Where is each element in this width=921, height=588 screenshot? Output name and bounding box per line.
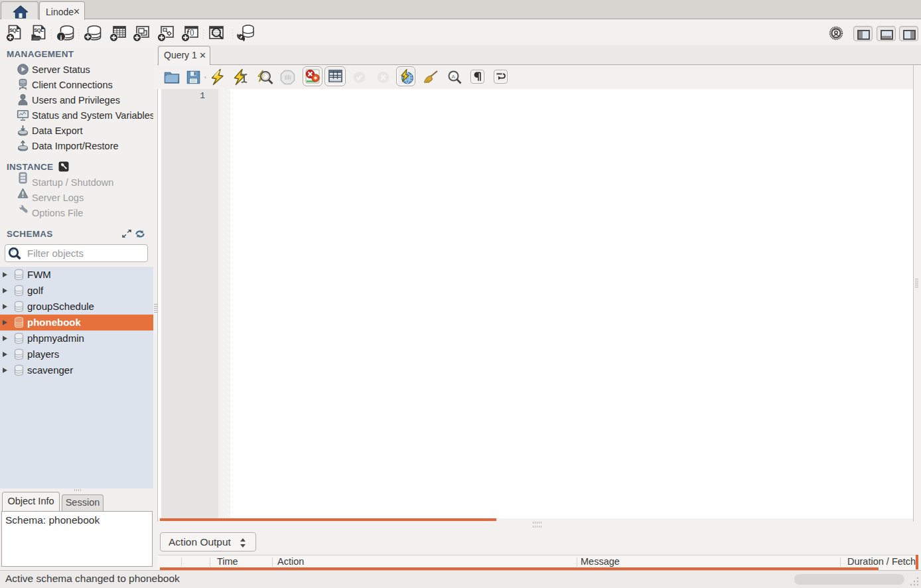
svg-text:SQL: SQL [34, 27, 44, 33]
svg-text:i: i [60, 34, 62, 41]
svg-text:(): () [190, 29, 194, 36]
svg-text:A: A [452, 74, 456, 80]
svg-text:SQL: SQL [9, 27, 19, 33]
